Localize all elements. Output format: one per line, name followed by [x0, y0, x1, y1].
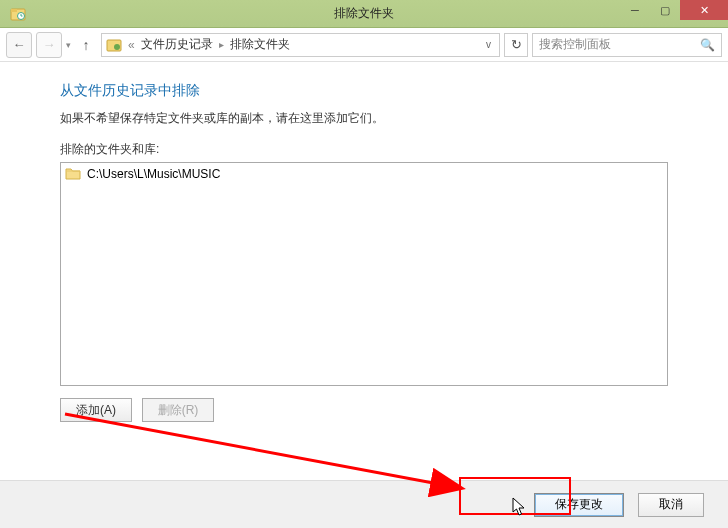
breadcrumb-prefix: «: [128, 38, 135, 52]
window-controls: ─ ▢ ✕: [620, 0, 728, 20]
chevron-right-icon: ▸: [219, 39, 224, 50]
svg-rect-1: [11, 9, 17, 12]
breadcrumb-item-1[interactable]: 文件历史记录: [141, 36, 213, 53]
maximize-button[interactable]: ▢: [650, 0, 680, 20]
forward-button: →: [36, 32, 62, 58]
navbar: ← → ▾ ↑ « 文件历史记录 ▸ 排除文件夹 v ↻ 搜索控制面板 🔍: [0, 28, 728, 62]
page-heading: 从文件历史记录中排除: [60, 82, 668, 100]
back-button[interactable]: ←: [6, 32, 32, 58]
list-item-path: C:\Users\L\Music\MUSIC: [87, 167, 220, 181]
svg-line-5: [65, 414, 460, 488]
footer-bar: 保存更改 取消: [0, 480, 728, 528]
history-dropdown-icon[interactable]: ▾: [66, 40, 71, 50]
content-area: 从文件历史记录中排除 如果不希望保存特定文件夹或库的副本，请在这里添加它们。 排…: [0, 62, 728, 422]
breadcrumb-item-2[interactable]: 排除文件夹: [230, 36, 290, 53]
control-panel-icon: [106, 37, 122, 53]
titlebar: 排除文件夹 ─ ▢ ✕: [0, 0, 728, 28]
excluded-listbox[interactable]: C:\Users\L\Music\MUSIC: [60, 162, 668, 386]
app-icon: [10, 6, 26, 22]
refresh-button[interactable]: ↻: [504, 33, 528, 57]
search-input[interactable]: 搜索控制面板 🔍: [532, 33, 722, 57]
list-item[interactable]: C:\Users\L\Music\MUSIC: [63, 165, 665, 183]
add-button[interactable]: 添加(A): [60, 398, 132, 422]
folder-icon: [65, 166, 81, 182]
search-placeholder: 搜索控制面板: [539, 36, 611, 53]
page-subtext: 如果不希望保存特定文件夹或库的副本，请在这里添加它们。: [60, 110, 668, 127]
close-button[interactable]: ✕: [680, 0, 728, 20]
save-button[interactable]: 保存更改: [534, 493, 624, 517]
remove-button: 删除(R): [142, 398, 214, 422]
address-dropdown-icon[interactable]: v: [482, 39, 495, 50]
cancel-button[interactable]: 取消: [638, 493, 704, 517]
minimize-button[interactable]: ─: [620, 0, 650, 20]
search-icon: 🔍: [700, 38, 715, 52]
up-button[interactable]: ↑: [75, 34, 97, 56]
button-row: 添加(A) 删除(R): [60, 398, 668, 422]
list-label: 排除的文件夹和库:: [60, 141, 668, 158]
svg-point-4: [114, 44, 120, 50]
window-title: 排除文件夹: [334, 5, 394, 22]
address-bar[interactable]: « 文件历史记录 ▸ 排除文件夹 v: [101, 33, 500, 57]
